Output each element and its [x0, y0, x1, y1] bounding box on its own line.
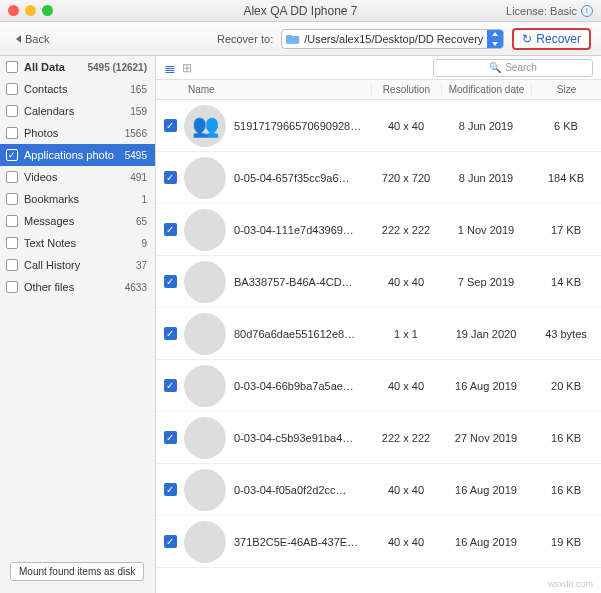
file-name: 0-03-04-111e7d43969… — [234, 224, 371, 236]
checkbox[interactable] — [6, 83, 18, 95]
checkbox[interactable] — [6, 237, 18, 249]
checkbox[interactable]: ✓ — [164, 275, 177, 288]
sidebar-item-photos[interactable]: Photos 1566 — [0, 122, 155, 144]
row-checkbox-cell: ✓ — [156, 119, 184, 132]
table-row[interactable]: ✓0-03-04-f05a0f2d2cc…40 x 4016 Aug 20191… — [156, 464, 601, 516]
thumbnail — [184, 417, 226, 459]
checkbox[interactable]: ✓ — [164, 119, 177, 132]
file-name: 0-03-04-c5b93e91ba4… — [234, 432, 371, 444]
thumbnail — [184, 521, 226, 563]
checkbox[interactable] — [6, 281, 18, 293]
file-list[interactable]: ✓👥5191717966570690928…40 x 408 Jun 20196… — [156, 100, 601, 593]
sidebar-item-call-history[interactable]: Call History 37 — [0, 254, 155, 276]
file-name: 0-03-04-f05a0f2d2cc… — [234, 484, 371, 496]
table-row[interactable]: ✓0-03-04-111e7d43969…222 x 2221 Nov 2019… — [156, 204, 601, 256]
file-resolution: 40 x 40 — [371, 120, 441, 132]
back-label: Back — [25, 33, 49, 45]
sidebar-item-label: Messages — [24, 215, 136, 227]
checkbox[interactable] — [6, 61, 18, 73]
sidebar-item-applications-photo[interactable]: Applications photo 5495 — [0, 144, 155, 166]
thumbnail — [184, 157, 226, 199]
thumbnail — [184, 469, 226, 511]
recover-button[interactable]: ↻ Recover — [512, 28, 591, 50]
search-icon: 🔍 — [489, 62, 501, 73]
col-date[interactable]: Modification date — [441, 84, 531, 95]
sidebar-item-contacts[interactable]: Contacts 165 — [0, 78, 155, 100]
recover-path-select[interactable]: /Users/alex15/Desktop/DD Recovery — [281, 29, 504, 49]
file-name: 371B2C5E-46AB-437E… — [234, 536, 371, 548]
table-row[interactable]: ✓0-03-04-66b9ba7a5ae…40 x 4016 Aug 20192… — [156, 360, 601, 412]
table-row[interactable]: ✓80d76a6dae551612e8…1 x 119 Jan 202043 b… — [156, 308, 601, 360]
row-checkbox-cell: ✓ — [156, 275, 184, 288]
thumbnail — [184, 261, 226, 303]
titlebar: Alex QA DD Iphone 7 License: Basic i — [0, 0, 601, 22]
table-row[interactable]: ✓0-05-04-657f35cc9a6…720 x 7208 Jun 2019… — [156, 152, 601, 204]
sidebar-item-count: 5495 (12621) — [88, 62, 148, 73]
file-size: 184 KB — [531, 172, 601, 184]
col-resolution[interactable]: Resolution — [371, 84, 441, 95]
checkbox[interactable]: ✓ — [164, 535, 177, 548]
mount-items-button[interactable]: Mount found items as disk — [10, 562, 144, 581]
file-name: 0-03-04-66b9ba7a5ae… — [234, 380, 371, 392]
checkbox[interactable] — [6, 149, 18, 161]
checkbox[interactable] — [6, 171, 18, 183]
content-pane: ≣ ⊞ 🔍 Search Name Resolution Modificatio… — [156, 56, 601, 593]
sidebar-all-data[interactable]: All Data 5495 (12621) — [0, 56, 155, 78]
grid-view-icon[interactable]: ⊞ — [182, 61, 192, 75]
main-area: All Data 5495 (12621) Contacts 165 Calen… — [0, 56, 601, 593]
sidebar-item-calendars[interactable]: Calendars 159 — [0, 100, 155, 122]
sidebar-item-label: Videos — [24, 171, 130, 183]
chevron-left-icon — [16, 35, 21, 43]
file-name: BA338757-B46A-4CD… — [234, 276, 371, 288]
row-checkbox-cell: ✓ — [156, 171, 184, 184]
sidebar-item-text-notes[interactable]: Text Notes 9 — [0, 232, 155, 254]
checkbox[interactable] — [6, 259, 18, 271]
table-row[interactable]: ✓BA338757-B46A-4CD…40 x 407 Sep 201914 K… — [156, 256, 601, 308]
row-checkbox-cell: ✓ — [156, 483, 184, 496]
sidebar-item-count: 491 — [130, 172, 147, 183]
file-size: 16 KB — [531, 484, 601, 496]
thumbnail — [184, 365, 226, 407]
sidebar-item-videos[interactable]: Videos 491 — [0, 166, 155, 188]
checkbox[interactable]: ✓ — [164, 171, 177, 184]
file-date: 27 Nov 2019 — [441, 432, 531, 444]
sidebar-item-label: All Data — [24, 61, 88, 73]
sidebar-item-bookmarks[interactable]: Bookmarks 1 — [0, 188, 155, 210]
content-toolbar: ≣ ⊞ 🔍 Search — [156, 56, 601, 80]
table-row[interactable]: ✓371B2C5E-46AB-437E…40 x 4016 Aug 201919… — [156, 516, 601, 568]
column-headers: Name Resolution Modification date Size — [156, 80, 601, 100]
col-name[interactable]: Name — [184, 84, 371, 95]
checkbox[interactable] — [6, 105, 18, 117]
table-row[interactable]: ✓👥5191717966570690928…40 x 408 Jun 20196… — [156, 100, 601, 152]
file-resolution: 40 x 40 — [371, 380, 441, 392]
checkbox[interactable] — [6, 127, 18, 139]
search-input[interactable]: 🔍 Search — [433, 59, 593, 77]
checkbox[interactable]: ✓ — [164, 327, 177, 340]
checkbox[interactable]: ✓ — [164, 379, 177, 392]
file-date: 1 Nov 2019 — [441, 224, 531, 236]
file-date: 8 Jun 2019 — [441, 172, 531, 184]
chevron-up-icon — [492, 32, 498, 36]
thumbnail — [184, 209, 226, 251]
sidebar-item-other-files[interactable]: Other files 4633 — [0, 276, 155, 298]
table-row[interactable]: ✓0-03-04-c5b93e91ba4…222 x 22227 Nov 201… — [156, 412, 601, 464]
file-resolution: 40 x 40 — [371, 484, 441, 496]
recover-path-text: /Users/alex15/Desktop/DD Recovery — [304, 33, 487, 45]
sidebar-item-count: 4633 — [125, 282, 147, 293]
sidebar-item-messages[interactable]: Messages 65 — [0, 210, 155, 232]
file-size: 16 KB — [531, 432, 601, 444]
checkbox[interactable]: ✓ — [164, 431, 177, 444]
checkbox[interactable]: ✓ — [164, 483, 177, 496]
row-checkbox-cell: ✓ — [156, 379, 184, 392]
checkbox[interactable] — [6, 215, 18, 227]
info-icon[interactable]: i — [581, 5, 593, 17]
sidebar-item-count: 165 — [130, 84, 147, 95]
col-size[interactable]: Size — [531, 84, 601, 95]
checkbox[interactable] — [6, 193, 18, 205]
list-view-icon[interactable]: ≣ — [164, 60, 176, 76]
file-date: 19 Jan 2020 — [441, 328, 531, 340]
path-stepper[interactable] — [487, 29, 503, 49]
back-button[interactable]: Back — [10, 31, 55, 47]
checkbox[interactable]: ✓ — [164, 223, 177, 236]
file-resolution: 1 x 1 — [371, 328, 441, 340]
